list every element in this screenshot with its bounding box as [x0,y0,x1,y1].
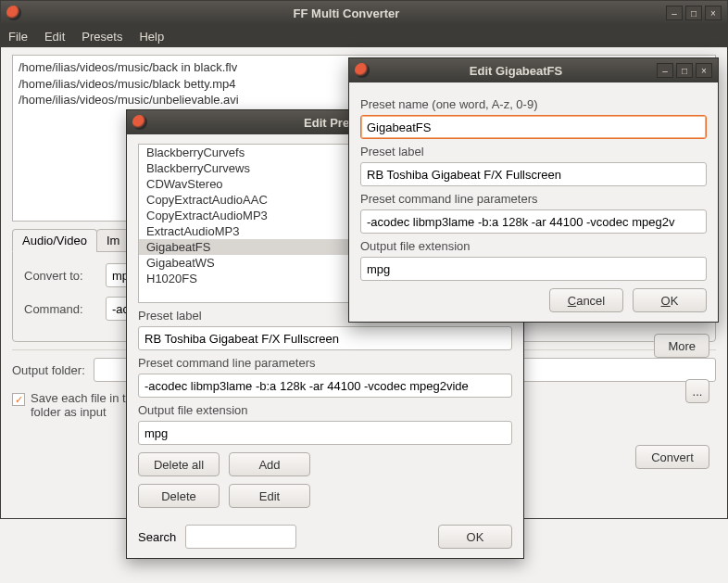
convert-button[interactable]: Convert [635,445,709,469]
add-button[interactable]: Add [229,452,310,476]
menu-edit[interactable]: Edit [44,30,65,44]
menubar: File Edit Presets Help [1,25,727,47]
more-button[interactable]: More [654,334,709,358]
edit-preset-titlebar: Edit GigabeatFS – □ × [349,58,718,82]
preset-cmd-label: Preset command line parameters [138,356,512,370]
main-titlebar: FF Multi Converter – □ × [1,1,727,25]
delete-all-button[interactable]: Delete all [138,452,220,476]
maximize-icon[interactable]: □ [676,63,693,78]
tab-images[interactable]: Im [96,229,130,252]
minimize-icon[interactable]: – [666,6,683,20]
app-icon [132,115,147,130]
app-icon [355,63,370,78]
ok-button[interactable]: OK [633,288,707,312]
output-folder-label: Output folder: [12,363,86,377]
preset-label-label: Preset label [360,145,707,158]
menu-file[interactable]: File [8,30,28,44]
save-same-folder-label: Save each file in the folder as input [31,391,139,419]
preset-label-input[interactable] [138,326,512,350]
preset-cmd-label: Preset command line parameters [360,192,707,206]
preset-ext-label: Output file extension [360,239,707,253]
command-label: Command: [24,302,98,316]
minimize-icon[interactable]: – [657,63,673,78]
menu-help[interactable]: Help [139,30,164,44]
search-label: Search [138,530,176,544]
preset-ext-input[interactable] [360,257,707,281]
close-icon[interactable]: × [696,63,712,78]
preset-cmd-input[interactable] [360,209,707,234]
menu-presets[interactable]: Presets [82,30,122,44]
tab-audio-video[interactable]: Audio/Video [12,229,97,252]
close-icon[interactable]: × [705,6,722,20]
checkbox-checked-icon: ✓ [12,393,25,406]
maximize-icon[interactable]: □ [685,6,702,20]
delete-button[interactable]: Delete [138,484,220,508]
main-title: FF Multi Converter [27,6,666,20]
preset-ext-label: Output file extension [138,403,512,417]
convert-to-label: Convert to: [24,269,98,283]
preset-ext-input[interactable] [138,421,512,445]
cancel-button[interactable]: Cancel [549,288,623,312]
edit-preset-title: Edit GigabeatFS [375,64,657,78]
browse-output-button[interactable]: ... [685,379,709,403]
edit-button[interactable]: Edit [229,484,310,508]
preset-label-input[interactable] [360,162,707,186]
preset-name-input[interactable] [360,115,707,139]
search-input[interactable] [185,525,296,549]
app-icon [6,6,21,20]
preset-cmd-input[interactable] [138,374,512,398]
preset-name-label: Preset name (one word, A-z, 0-9) [360,97,707,111]
edit-preset-dialog: Edit GigabeatFS – □ × Preset name (one w… [348,57,719,323]
ok-button[interactable]: OK [438,525,512,549]
